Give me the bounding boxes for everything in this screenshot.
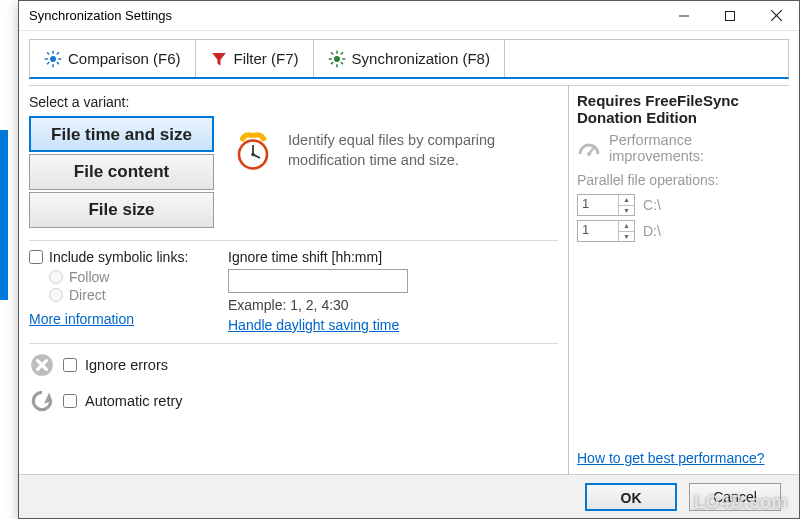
tab-comparison-label: Comparison (F6) [68,50,181,67]
performance-title: Performance improvements: [609,132,789,164]
retry-icon [29,388,55,414]
ignore-errors-row: Ignore errors [29,352,558,378]
tab-spacer [505,40,788,77]
svg-rect-15 [336,64,338,67]
funnel-icon [210,50,228,68]
svg-rect-1 [726,11,735,20]
close-icon [771,10,782,21]
maximize-button[interactable] [707,1,753,31]
svg-rect-10 [56,61,59,64]
svg-rect-9 [47,51,50,54]
close-button[interactable] [753,1,799,31]
include-symlinks-label: Include symbolic links: [49,249,188,265]
variant-buttons: File time and size File content File siz… [29,116,214,228]
symlinks-radio-group: Follow Direct [49,269,214,303]
svg-point-30 [587,152,591,156]
parallel-ops-label: Parallel file operations: [577,172,789,188]
variant-description-text: Identify equal files by comparing modifi… [288,131,552,170]
svg-rect-17 [342,58,345,60]
svg-point-25 [251,153,255,157]
ignore-errors-checkbox[interactable] [63,358,77,372]
symlink-direct-radio[interactable] [49,288,63,302]
background-selection-bar [0,130,8,300]
more-information-link[interactable]: More information [29,311,134,327]
svg-rect-5 [52,50,54,53]
titlebar: Synchronization Settings [19,1,799,31]
gear-icon [44,50,62,68]
dst-link[interactable]: Handle daylight saving time [228,317,558,333]
svg-rect-16 [328,58,331,60]
svg-point-4 [50,56,56,62]
symlink-follow-radio[interactable] [49,270,63,284]
automatic-retry-label: Automatic retry [85,393,183,409]
symlink-direct-label: Direct [69,287,106,303]
drive-label-0: C:\ [643,197,661,213]
requires-edition-label: Requires FreeFileSync Donation Edition [577,92,789,126]
performance-row: Performance improvements: [577,132,789,164]
svg-rect-12 [47,61,50,64]
svg-rect-8 [58,58,61,60]
ok-button[interactable]: OK [585,483,677,511]
tab-filter[interactable]: Filter (F7) [196,40,314,77]
errors-section: Ignore errors Automatic retry [29,343,558,414]
svg-rect-7 [45,58,48,60]
button-bar: OK Cancel [19,474,799,518]
select-variant-label: Select a variant: [29,94,558,110]
variant-time-size[interactable]: File time and size [29,116,214,152]
ignore-errors-label: Ignore errors [85,357,168,373]
cancel-button[interactable]: Cancel [689,483,781,511]
timeshift-input[interactable] [228,269,408,293]
timeshift-example: Example: 1, 2, 4:30 [228,297,558,313]
parallel-spin-0[interactable]: 1 ▲▼ [577,194,635,216]
svg-rect-6 [52,64,54,67]
svg-rect-11 [56,51,59,54]
clock-icon [232,130,274,172]
variant-size[interactable]: File size [29,192,214,228]
parallel-row-1: 1 ▲▼ D:\ [577,220,789,242]
x-circle-icon [29,352,55,378]
left-pane: Select a variant: File time and size Fil… [29,86,569,474]
svg-rect-14 [336,50,338,53]
best-performance-link[interactable]: How to get best performance? [577,450,765,466]
svg-point-13 [334,56,340,62]
tab-filter-label: Filter (F7) [234,50,299,67]
include-symlinks-checkbox[interactable] [29,250,43,264]
tab-synchronization[interactable]: Synchronization (F8) [314,40,505,77]
spin-arrows-1[interactable]: ▲▼ [618,221,634,241]
chevron-up-icon[interactable]: ▲ [619,195,634,206]
spin-arrows-0[interactable]: ▲▼ [618,195,634,215]
variant-row: File time and size File content File siz… [29,116,558,228]
minimize-button[interactable] [661,1,707,31]
svg-rect-18 [330,51,333,54]
timeshift-label: Ignore time shift [hh:mm] [228,249,558,265]
parallel-value-0: 1 [578,195,618,215]
svg-rect-19 [340,61,343,64]
minimize-icon [679,11,689,21]
parallel-value-1: 1 [578,221,618,241]
chevron-down-icon[interactable]: ▼ [619,232,634,242]
timeshift-section: Ignore time shift [hh:mm] Example: 1, 2,… [228,249,558,333]
automatic-retry-checkbox[interactable] [63,394,77,408]
gauge-icon [577,136,601,160]
svg-rect-21 [330,61,333,64]
gear-green-icon [328,50,346,68]
variant-content[interactable]: File content [29,154,214,190]
drive-label-1: D:\ [643,223,661,239]
mid-row: Include symbolic links: Follow Direct [29,240,558,333]
chevron-down-icon[interactable]: ▼ [619,206,634,216]
chevron-up-icon[interactable]: ▲ [619,221,634,232]
settings-window: Synchronization Settings Comparison (F6)… [18,0,800,519]
symlink-follow-label: Follow [69,269,109,285]
parallel-spin-1[interactable]: 1 ▲▼ [577,220,635,242]
content-area: Select a variant: File time and size Fil… [29,85,789,474]
tab-strip: Comparison (F6) Filter (F7) Synchronizat… [29,39,789,79]
symlinks-section: Include symbolic links: Follow Direct [29,249,214,333]
parallel-row-0: 1 ▲▼ C:\ [577,194,789,216]
right-bottom: How to get best performance? [577,450,789,470]
symlinks-check-row: Include symbolic links: [29,249,214,265]
maximize-icon [725,11,735,21]
window-title: Synchronization Settings [29,8,661,23]
tab-comparison[interactable]: Comparison (F6) [30,40,196,77]
svg-rect-20 [340,51,343,54]
variant-description: Identify equal files by comparing modifi… [232,116,552,172]
